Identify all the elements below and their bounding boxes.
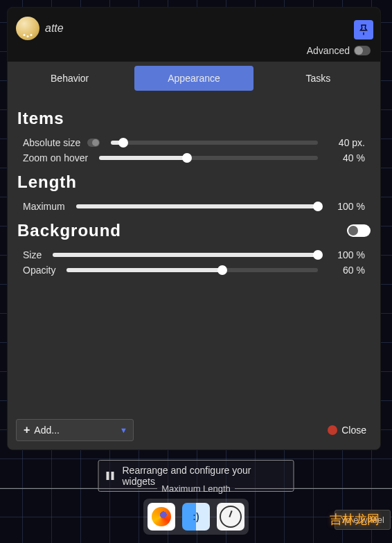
bg-opacity-label: Opacity (23, 265, 55, 276)
dialog-footer: + Add... ▼ Close (8, 412, 380, 449)
dock (143, 499, 249, 535)
app-logo-icon (16, 17, 39, 40)
maximum-value: 100 % (329, 201, 365, 212)
advanced-toggle[interactable] (354, 46, 371, 55)
absolute-size-label: Absolute size (23, 137, 80, 148)
maximum-slider[interactable] (76, 204, 318, 208)
tabs: Behavior Appearance Tasks (8, 62, 380, 99)
add-label: Add... (34, 425, 60, 436)
section-length-title: Length (17, 172, 371, 192)
close-label: Close (341, 425, 366, 436)
zoom-on-hover-value: 40 % (329, 152, 365, 163)
watermark: 吉林龙网 (330, 511, 380, 528)
dialog-header: atte Advanced (8, 8, 380, 62)
zoom-on-hover-label: Zoom on hover (23, 152, 88, 163)
bg-size-value: 100 % (329, 249, 365, 260)
dialog-body: Items Absolute size 40 px. Zoom on hover… (8, 99, 380, 412)
tab-tasks[interactable]: Tasks (259, 66, 377, 91)
background-toggle[interactable] (347, 224, 371, 237)
bg-size-label: Size (23, 249, 42, 260)
close-icon (328, 425, 337, 435)
absolute-size-slider[interactable] (111, 141, 318, 145)
bg-opacity-value: 60 % (329, 265, 365, 276)
dock-clock-icon[interactable] (217, 503, 244, 531)
settings-dialog: atte Advanced Behavior Appearance Tasks … (7, 7, 381, 450)
dock-firefox-icon[interactable] (148, 503, 175, 531)
close-button[interactable]: Close (322, 420, 372, 440)
section-items-title: Items (17, 109, 371, 128)
absolute-size-toggle[interactable] (87, 139, 100, 147)
zoom-on-hover-slider[interactable] (99, 156, 318, 160)
chevron-down-icon: ▼ (120, 426, 127, 434)
maximum-label: Maximum (23, 201, 65, 212)
tab-behavior[interactable]: Behavior (10, 66, 129, 91)
tab-appearance[interactable]: Appearance (134, 66, 253, 91)
bg-size-slider[interactable] (53, 253, 318, 257)
dock-finder-icon[interactable] (182, 503, 210, 531)
max-length-label: Maximum Length (157, 483, 235, 494)
pin-button[interactable] (354, 20, 373, 39)
section-background-title: Background (17, 221, 121, 240)
max-length-indicator: Maximum Length (0, 483, 392, 494)
app-name: atte (45, 22, 64, 35)
advanced-label: Advanced (307, 45, 350, 56)
add-button[interactable]: + Add... ▼ (16, 419, 134, 441)
plus-icon: + (24, 424, 30, 436)
svg-rect-1 (112, 472, 114, 480)
pause-icon (106, 471, 116, 481)
svg-rect-0 (107, 472, 109, 480)
bg-opacity-slider[interactable] (66, 268, 318, 272)
absolute-size-value: 40 px. (329, 137, 365, 148)
pin-icon (357, 24, 370, 36)
